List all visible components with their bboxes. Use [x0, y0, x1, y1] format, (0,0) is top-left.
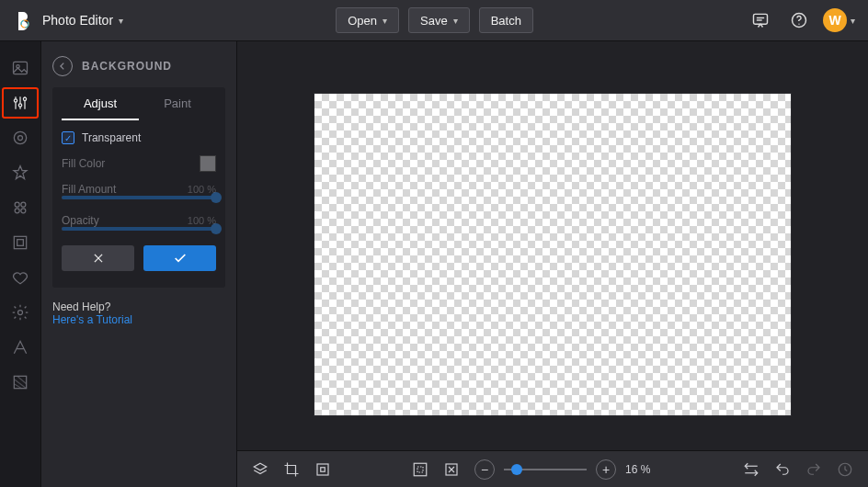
top-toolbar: Photo Editor ▾ Open▾ Save▾ Batch W ▾ — [0, 0, 868, 41]
rail-star-tool[interactable] — [2, 157, 39, 188]
zoom-value: 16 % — [625, 463, 662, 476]
fill-amount-label: Fill Amount — [62, 183, 116, 196]
compare-icon[interactable] — [743, 461, 760, 478]
rail-exposure-tool[interactable] — [2, 122, 39, 153]
account-menu[interactable]: W ▾ — [823, 8, 855, 32]
zoom-controls: − + 16 % — [474, 459, 662, 480]
svg-rect-2 — [754, 14, 768, 24]
chevron-down-icon: ▾ — [453, 16, 458, 26]
svg-point-20 — [21, 209, 26, 213]
help-icon[interactable] — [784, 6, 814, 35]
help-tutorial-link[interactable]: Here's a Tutorial — [52, 313, 225, 326]
svg-point-12 — [14, 99, 17, 102]
app-title-label: Photo Editor — [42, 13, 113, 28]
rail-adjust-tool[interactable] — [2, 87, 39, 119]
svg-rect-21 — [14, 236, 26, 248]
canvas-checkerboard — [314, 93, 792, 416]
open-button[interactable]: Open▾ — [336, 7, 399, 33]
cancel-button[interactable] — [62, 245, 134, 271]
svg-rect-7 — [14, 62, 28, 74]
side-panel: BACKGROUND Adjust Paint ✓ Transparent Fi… — [41, 41, 237, 487]
rail-text-tool[interactable] — [2, 332, 39, 363]
chevron-down-icon: ▾ — [851, 16, 855, 26]
fit-screen-icon[interactable] — [412, 461, 428, 478]
rail-texture-tool[interactable] — [2, 367, 39, 398]
batch-button[interactable]: Batch — [479, 7, 533, 33]
feedback-icon[interactable] — [746, 6, 775, 35]
rail-image-tool[interactable] — [2, 52, 39, 84]
open-label: Open — [348, 14, 377, 28]
rail-frame-tool[interactable] — [2, 227, 39, 258]
crop-icon[interactable] — [283, 461, 300, 478]
chevron-down-icon: ▾ — [383, 16, 387, 26]
transparent-label: Transparent — [82, 131, 141, 144]
undo-icon[interactable] — [774, 461, 791, 478]
tab-paint[interactable]: Paint — [139, 87, 216, 120]
apply-button[interactable] — [143, 245, 216, 271]
svg-rect-22 — [17, 240, 24, 246]
zoom-out-button[interactable]: − — [474, 459, 495, 480]
left-tool-rail — [0, 41, 41, 487]
svg-rect-30 — [317, 464, 328, 475]
zoom-slider[interactable] — [504, 469, 587, 470]
svg-rect-32 — [414, 463, 427, 476]
tab-adjust[interactable]: Adjust — [62, 87, 139, 120]
chevron-down-icon: ▾ — [119, 16, 123, 26]
opacity-slider[interactable] — [62, 227, 216, 231]
svg-rect-31 — [321, 467, 326, 471]
svg-point-13 — [18, 104, 21, 107]
help-label: Need Help? — [52, 300, 225, 313]
bottom-toolbar: − + 16 % — [237, 450, 868, 487]
svg-point-17 — [15, 202, 19, 207]
avatar: W — [823, 8, 847, 32]
opacity-label: Opacity — [62, 214, 99, 227]
fill-color-label: Fill Color — [62, 157, 105, 170]
svg-point-18 — [21, 202, 26, 207]
panel-tabs-container: Adjust Paint ✓ Transparent Fill Color Fi… — [52, 87, 225, 288]
canvas-stage[interactable] — [237, 41, 868, 450]
transparent-checkbox[interactable]: ✓ — [62, 131, 74, 144]
history-icon[interactable] — [837, 461, 853, 478]
batch-label: Batch — [491, 14, 521, 28]
svg-point-6 — [798, 24, 799, 25]
redo-icon[interactable] — [805, 461, 822, 478]
rail-shapes-tool[interactable] — [2, 192, 39, 223]
app-logo-icon — [13, 10, 33, 30]
panel-title: BACKGROUND — [82, 60, 172, 73]
app-title-dropdown[interactable]: Photo Editor ▾ — [42, 13, 123, 28]
svg-point-23 — [18, 311, 23, 315]
back-button[interactable] — [52, 56, 73, 76]
zoom-in-button[interactable]: + — [596, 459, 616, 480]
fullscreen-icon[interactable] — [443, 461, 460, 478]
svg-point-15 — [14, 131, 26, 143]
fill-color-swatch[interactable] — [200, 155, 216, 172]
rail-gear-tool[interactable] — [2, 297, 39, 328]
svg-point-14 — [23, 97, 26, 100]
rail-heart-tool[interactable] — [2, 262, 39, 293]
save-button[interactable]: Save▾ — [408, 7, 470, 33]
layers-icon[interactable] — [252, 461, 268, 478]
save-label: Save — [420, 14, 448, 28]
fill-amount-slider[interactable] — [62, 196, 216, 199]
svg-point-16 — [18, 136, 23, 141]
grid-icon[interactable] — [314, 461, 331, 478]
svg-point-19 — [15, 209, 19, 213]
